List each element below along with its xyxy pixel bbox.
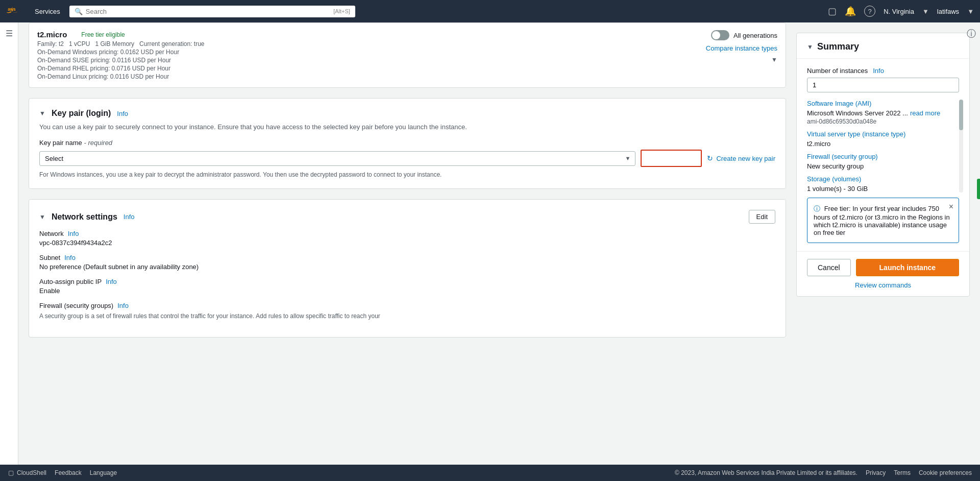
network-settings-section: ▼ Network settings Info Edit Network Inf… — [29, 199, 786, 338]
pricing-linux: On-Demand Linux pricing: 0.0116 USD per … — [37, 73, 706, 80]
network-header-row: ▼ Network settings Info Edit — [39, 210, 775, 224]
search-icon: 🔍 — [75, 8, 83, 15]
subnet-label: Subnet Info — [39, 254, 775, 261]
compare-instance-types-link[interactable]: Compare instance types — [706, 44, 777, 52]
cancel-button[interactable]: Cancel — [807, 259, 851, 276]
network-edit-button[interactable]: Edit — [749, 210, 775, 224]
global-search[interactable]: 🔍 [Alt+S] — [69, 6, 355, 17]
ami-value: Microsoft Windows Server 2022 ...read mo… — [807, 109, 959, 117]
instance-type-card: t2.micro Free tier eligible Family: t2 1… — [29, 22, 786, 88]
network-title: Network settings — [52, 212, 117, 222]
summary-wrapper: ▼ Summary Number of instances Info Softw… — [796, 22, 980, 297]
privacy-link[interactable]: Privacy — [866, 469, 886, 476]
cookie-link[interactable]: Cookie preferences — [919, 469, 972, 476]
ami-read-more-link[interactable]: read more — [910, 109, 940, 117]
key-pair-section: ▼ Key pair (login) Info You can use a ke… — [29, 98, 786, 189]
cloudshell-button[interactable]: ▢ CloudShell — [8, 469, 46, 476]
network-field: Network Info vpc-0837c394f9434a2c2 — [39, 230, 775, 247]
network-value: vpc-0837c394f9434a2c2 — [39, 239, 775, 247]
key-pair-chevron-icon: ▼ — [39, 110, 45, 117]
firewall-section-title[interactable]: Firewall (security group) — [807, 153, 959, 160]
footer-links: © 2023, Amazon Web Services India Privat… — [675, 469, 972, 476]
language-selector[interactable]: Language — [90, 469, 117, 476]
network-info-icon[interactable]: Info — [68, 230, 79, 237]
search-input[interactable] — [86, 8, 329, 15]
sidebar-toggle[interactable]: ☰ — [0, 22, 18, 465]
hamburger-icon[interactable]: ☰ — [6, 29, 13, 38]
aws-logo[interactable]: aws — [6, 5, 26, 18]
free-tier-info-icon: ⓘ — [814, 205, 820, 212]
key-pair-select[interactable]: Select — [39, 151, 635, 166]
expand-chevron-icon[interactable]: ▼ — [771, 56, 777, 63]
actions-row: Cancel Launch instance — [807, 259, 959, 276]
summary-title: ▼ Summary — [797, 33, 969, 59]
right-panel: ▼ Summary Number of instances Info Softw… — [796, 22, 980, 465]
user-menu[interactable]: latifaws — [937, 8, 959, 15]
pricing-rhel: On-Demand RHEL pricing: 0.0716 USD per H… — [37, 65, 706, 72]
copyright-text: © 2023, Amazon Web Services India Privat… — [675, 469, 857, 476]
help-icon[interactable]: ? — [864, 6, 875, 17]
all-generations-switch[interactable] — [711, 30, 729, 40]
review-commands-link[interactable]: Review commands — [807, 281, 959, 289]
instance-type-value: t2.micro — [807, 140, 959, 148]
key-pair-description: You can use a key pair to securely conne… — [39, 123, 775, 131]
auto-assign-label: Auto-assign public IP Info — [39, 278, 775, 285]
network-label: Network Info — [39, 230, 775, 237]
top-navigation: aws Services 🔍 [Alt+S] ▢ 🔔 ? N. Virginia… — [0, 0, 980, 22]
svg-text:aws: aws — [8, 7, 16, 12]
free-tier-close-button[interactable]: × — [949, 202, 953, 211]
network-header-left: ▼ Network settings Info — [39, 212, 135, 222]
subnet-info-icon[interactable]: Info — [64, 254, 76, 261]
services-menu[interactable]: Services — [31, 6, 64, 17]
summary-actions: Cancel Launch instance Review commands — [797, 251, 969, 296]
key-pair-select-wrapper: Select ▼ — [39, 151, 635, 166]
auto-assign-value: Enable — [39, 287, 775, 295]
create-new-key-pair-button[interactable]: ↻ Create new key pair — [707, 154, 775, 162]
key-pair-hint: For Windows instances, you use a key pai… — [39, 171, 775, 178]
instance-type-name: t2.micro — [37, 30, 67, 39]
cloudshell-icon[interactable]: ▢ — [828, 6, 837, 17]
ami-section-title[interactable]: Software Image (AMI) — [807, 100, 959, 107]
terms-link[interactable]: Terms — [894, 469, 911, 476]
firewall-info-icon[interactable]: Info — [117, 302, 129, 309]
key-pair-title: Key pair (login) — [52, 109, 111, 118]
instance-right: All generations Compare instance types ▼ — [706, 30, 777, 63]
network-info-link[interactable]: Info — [124, 213, 135, 221]
key-pair-error-indicator — [641, 150, 702, 167]
bell-icon[interactable]: 🔔 — [845, 6, 856, 17]
free-tier-info-box: × ⓘ Free tier: In your first year includ… — [807, 198, 959, 243]
summary-body: Number of instances Info Software Image … — [797, 59, 969, 251]
pricing-suse: On-Demand SUSE pricing: 0.0116 USD per H… — [37, 57, 706, 64]
instance-info: t2.micro Free tier eligible Family: t2 1… — [37, 30, 706, 80]
summary-panel: ▼ Summary Number of instances Info Softw… — [796, 33, 970, 297]
instance-meta: Family: t2 1 vCPU 1 GiB Memory Current g… — [37, 40, 706, 47]
key-pair-info-link[interactable]: Info — [117, 110, 128, 117]
feedback-link[interactable]: Feedback — [55, 469, 82, 476]
key-pair-field-row: Select ▼ ↻ Create new key pair — [39, 150, 775, 167]
storage-section-title[interactable]: Storage (volumes) — [807, 175, 959, 183]
nav-right: ▢ 🔔 ? N. Virginia ▼ latifaws ▼ — [828, 6, 974, 17]
storage-value: 1 volume(s) - 30 GiB — [807, 185, 959, 193]
firewall-partial-text: A security group is a set of firewall ru… — [39, 312, 775, 320]
firewall-value: New security group — [807, 162, 959, 170]
cloudshell-icon: ▢ — [8, 469, 14, 476]
subnet-field: Subnet Info No preference (Default subne… — [39, 254, 775, 271]
instances-count-input[interactable] — [807, 78, 959, 92]
free-tier-badge: Free tier eligible — [81, 31, 125, 38]
bottom-bar: ▢ CloudShell Feedback Language © 2023, A… — [0, 465, 980, 481]
firewall-field: Firewall (security groups) Info A securi… — [39, 302, 775, 320]
key-pair-field-label: Key pair name - required — [39, 139, 775, 147]
refresh-icon: ↻ — [707, 154, 713, 162]
ami-id: ami-0d86c69530d0a048e — [807, 118, 959, 125]
instances-label: Number of instances Info — [807, 67, 959, 75]
firewall-label: Firewall (security groups) Info — [39, 302, 775, 309]
launch-instance-button[interactable]: Launch instance — [856, 259, 959, 276]
page-info-icon[interactable]: ⓘ — [967, 28, 976, 40]
subnet-value: No preference (Default subnet in any ava… — [39, 263, 775, 271]
auto-assign-info-icon[interactable]: Info — [106, 278, 117, 285]
search-shortcut: [Alt+S] — [333, 8, 350, 14]
instance-type-section-title[interactable]: Virtual server type (instance type) — [807, 130, 959, 138]
main-container: t2.micro Free tier eligible Family: t2 1… — [18, 22, 980, 465]
instances-info-link[interactable]: Info — [873, 67, 884, 75]
region-selector[interactable]: N. Virginia — [884, 8, 914, 15]
